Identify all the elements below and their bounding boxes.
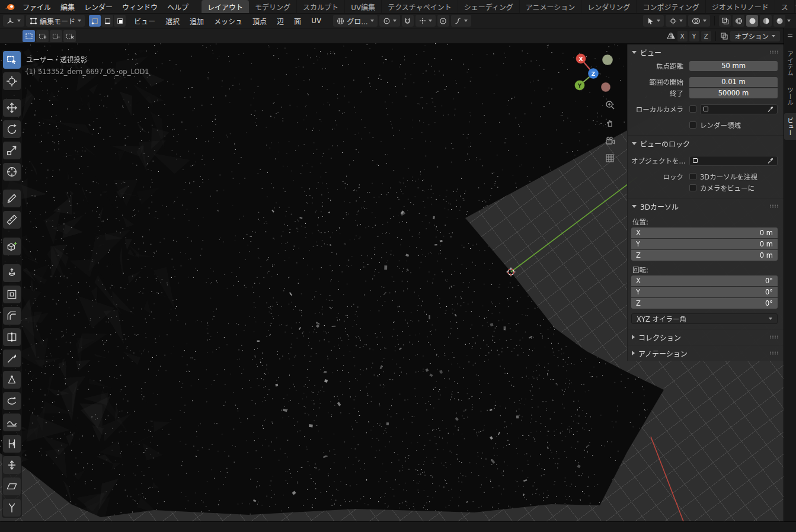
lock-3d-cursor-checkbox[interactable] [689,173,696,180]
object-visibility-dropdown[interactable] [643,15,664,27]
vertex-select-button[interactable] [89,15,101,27]
tool-rip-region[interactable] [3,499,21,517]
render-region-checkbox[interactable] [689,121,696,129]
local-camera-checkbox[interactable] [689,105,696,113]
mirror-x-button[interactable]: X [677,31,688,41]
blender-logo-icon[interactable] [5,1,15,12]
tool-scale[interactable] [3,142,21,159]
drag-grip-icon[interactable] [769,351,779,355]
focal-length-field[interactable]: 50 mm [689,61,778,71]
navigation-gizmo[interactable]: X Y Z [557,52,622,95]
shading-solid-button[interactable] [746,15,758,27]
eyedropper-icon[interactable] [767,105,774,113]
menu-edge[interactable]: 辺 [273,16,288,26]
tool-bevel[interactable] [3,307,21,325]
gizmos-dropdown[interactable] [666,15,686,27]
overlays-dropdown[interactable] [688,15,710,27]
workspace-tab-shading[interactable]: シェーディング [458,0,520,13]
sidebar-tab-view[interactable]: ビュー [784,113,796,140]
tool-cursor[interactable] [3,72,21,90]
clip-start-field[interactable]: 0.01 m [689,77,778,87]
editor-type-button[interactable] [3,15,24,27]
selectmode-extend-button[interactable] [36,30,49,42]
cursor-location-z-field[interactable]: Z0 m [631,250,778,261]
tool-spin[interactable] [3,392,21,410]
snap-toggle-button[interactable] [402,15,414,27]
tool-inset-faces[interactable] [3,286,21,303]
workspace-tab-sculpting[interactable]: スカルプト [297,0,345,13]
selectmode-intersect-button[interactable] [63,30,76,42]
tool-transform[interactable] [3,163,21,181]
cursor-rotation-x-field[interactable]: X0° [631,275,778,286]
section-view-lock-header[interactable]: ビューのロック [628,137,784,150]
ortho-toggle-button[interactable] [604,152,616,164]
xray-toggle-button[interactable] [719,15,731,27]
options-dropdown[interactable]: オプション [730,31,781,41]
workspace-tab-texture-paint[interactable]: テクスチャペイント [382,0,458,13]
pivot-point-dropdown[interactable] [379,15,400,27]
workspace-tab-rendering[interactable]: レンダリング [581,0,637,13]
menu-render[interactable]: レンダー [79,1,117,13]
local-camera-object-field[interactable] [700,104,778,114]
tool-smooth[interactable] [3,414,21,431]
section-annotations-header[interactable]: アノテーション [628,347,784,360]
menu-face[interactable]: 面 [290,16,305,26]
shading-wireframe-button[interactable] [733,15,744,27]
sidebar-tab-tool[interactable]: ツール [784,83,796,110]
tool-annotate[interactable] [3,190,21,207]
chevron-down-icon[interactable] [787,20,791,22]
proportional-edit-toggle[interactable] [437,15,449,27]
viewport-3d[interactable]: ユーザー・透視投影 (1) 513352_dem_6697_05_op_LOD1… [0,43,784,521]
workspace-tab-compositing[interactable]: コンポジティング [637,0,705,13]
tool-add-cube[interactable] [3,238,21,255]
workspace-tab-animation[interactable]: アニメーション [520,0,582,13]
cursor-rotation-z-field[interactable]: Z0° [631,298,778,309]
face-select-button[interactable] [114,15,126,27]
menu-file[interactable]: ファイル [18,1,56,13]
menu-vertex[interactable]: 頂点 [248,16,271,26]
workspace-tab-scripting-partial[interactable]: ス [775,0,795,13]
clip-end-field[interactable]: 50000 m [689,88,778,98]
rotation-mode-dropdown[interactable]: XYZ オイラー角 [631,313,778,324]
sidebar-tab-item[interactable]: アイテム [784,47,796,80]
pan-button[interactable] [604,117,616,129]
section-view-header[interactable]: ビュー [628,46,784,59]
zoom-button[interactable] [604,99,616,111]
region-menu-icon[interactable] [787,33,793,39]
gizmo-axis-neg-y[interactable] [602,55,613,65]
tool-measure[interactable] [3,211,21,229]
camera-to-view-checkbox[interactable] [689,184,696,191]
menu-mesh[interactable]: メッシュ [210,16,247,26]
selectmode-subtract-button[interactable] [50,30,62,42]
shading-rendered-button[interactable] [773,15,785,27]
workspace-tab-geometry-nodes[interactable]: ジオメトリノード [706,0,775,13]
cursor-location-x-field[interactable]: X0 m [631,227,778,238]
menu-help[interactable]: ヘルプ [162,1,193,13]
gizmo-axis-neg-x[interactable] [601,82,610,92]
tool-shear[interactable] [3,477,21,495]
tool-poly-build[interactable] [3,371,21,389]
tool-knife[interactable] [3,350,21,367]
menu-add[interactable]: 追加 [186,16,208,26]
drag-grip-icon[interactable] [769,50,779,55]
tool-rotate[interactable] [3,120,21,138]
menu-select[interactable]: 選択 [161,16,184,26]
mirror-y-button[interactable]: Y [689,31,699,41]
selectmode-set-button[interactable] [23,30,35,42]
camera-view-button[interactable] [604,134,616,146]
lock-object-field[interactable] [689,156,778,166]
tool-move[interactable] [3,99,21,117]
mirror-z-button[interactable]: Z [701,31,711,41]
workspace-tab-modeling[interactable]: モデリング [249,0,297,13]
mode-selector[interactable]: 編集モード [26,15,85,27]
snap-target-dropdown[interactable] [415,15,436,27]
workspace-tab-layout[interactable]: レイアウト [202,0,249,13]
shading-material-button[interactable] [760,15,772,27]
menu-window[interactable]: ウィンドウ [117,1,162,13]
workspace-tab-uv[interactable]: UV編集 [345,0,382,13]
section-collections-header[interactable]: コレクション [628,331,784,344]
cursor-rotation-y-field[interactable]: Y0° [631,287,778,297]
drag-grip-icon[interactable] [769,335,779,339]
drag-grip-icon[interactable] [769,204,779,209]
menu-uv[interactable]: UV [307,17,325,25]
